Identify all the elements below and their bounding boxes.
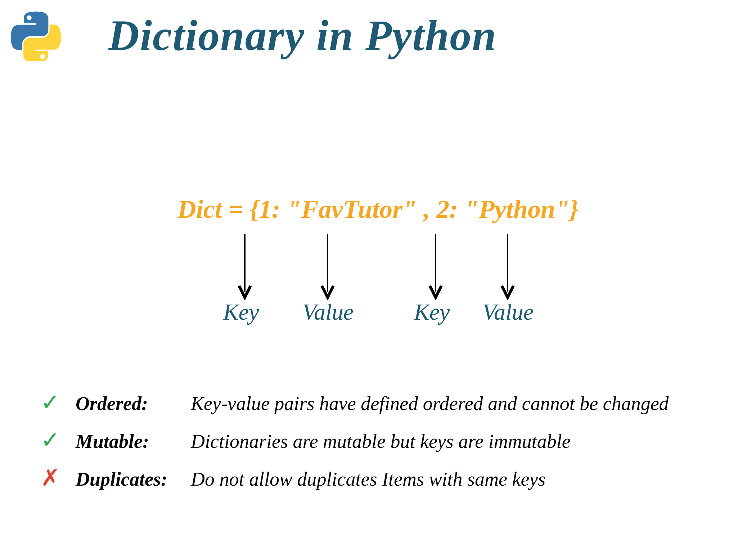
feature-label: Ordered:	[76, 392, 176, 415]
check-icon: ✓	[40, 389, 61, 416]
kv-label-2: Key	[414, 299, 450, 325]
code-example: Dict = {1: "FavTutor" , 2: "Python"}	[0, 194, 756, 224]
feature-desc: Dictionaries are mutable but keys are im…	[191, 430, 571, 453]
kv-label-0: Key	[223, 299, 259, 325]
feature-desc: Do not allow duplicates Items with same …	[191, 468, 545, 490]
check-icon: ✓	[40, 427, 61, 454]
arrows-layer	[0, 230, 756, 302]
feature-row-1: ✓Mutable:Dictionaries are mutable but ke…	[40, 427, 724, 454]
kv-label-1: Value	[302, 299, 354, 325]
feature-list: ✓Ordered:Key-value pairs have defined or…	[40, 389, 724, 502]
diagram-root: Dictionary in Python Dict = {1: "FavTuto…	[0, 0, 756, 540]
feature-row-2: ✗Duplicates:Do not allow duplicates Item…	[40, 464, 724, 491]
python-logo-icon	[11, 11, 61, 61]
kv-labels: KeyValueKeyValue	[0, 299, 756, 328]
feature-label: Duplicates:	[76, 468, 176, 490]
feature-desc: Key-value pairs have defined ordered and…	[191, 392, 669, 415]
cross-icon: ✗	[40, 464, 61, 491]
feature-row-0: ✓Ordered:Key-value pairs have defined or…	[40, 389, 724, 416]
kv-label-3: Value	[482, 299, 534, 325]
page-title: Dictionary in Python	[108, 11, 497, 60]
feature-label: Mutable:	[76, 430, 176, 453]
